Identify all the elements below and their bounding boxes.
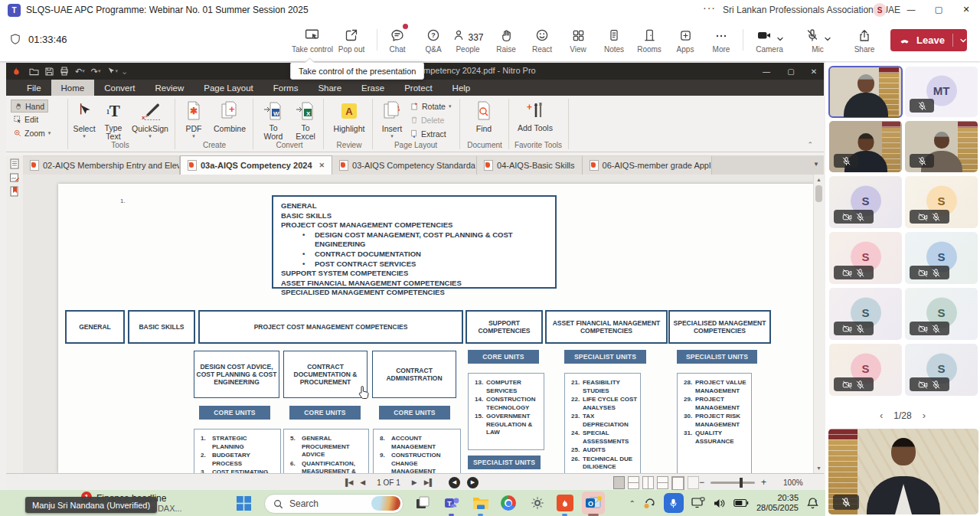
leave-button[interactable]: Leave (890, 29, 967, 51)
people-button[interactable]: 337 People (444, 25, 492, 54)
react-button[interactable]: React (522, 25, 562, 54)
scroll-down-icon[interactable]: ▼ (814, 465, 824, 471)
participant-tile-s1[interactable]: S (829, 176, 902, 228)
to-word-button[interactable]: W To Word (259, 100, 288, 141)
tray-mic-active-icon[interactable] (664, 493, 684, 513)
view-grid-icon[interactable] (657, 476, 668, 489)
doc-tab-5[interactable]: 06-AIQS-member grade Application... (583, 156, 712, 175)
participant-video-speaker[interactable] (829, 67, 902, 117)
tab-help[interactable]: Help (443, 80, 481, 96)
start-button[interactable] (234, 494, 253, 512)
view-continuous-icon[interactable] (628, 476, 639, 489)
tray-chevron-icon[interactable]: ⌃ (629, 499, 635, 508)
participant-tile-s2[interactable]: S (905, 176, 978, 228)
pagination-prev-icon[interactable]: ‹ (880, 410, 883, 421)
rotate-button[interactable]: Rotate▾ (410, 100, 451, 112)
find-button[interactable]: Find (469, 100, 499, 133)
tab-home[interactable]: Home (51, 80, 95, 96)
settings-icon[interactable] (528, 494, 547, 512)
doc-tab-4[interactable]: 04-AIQS-Basic Skills (477, 156, 582, 175)
view-presentation-icon[interactable] (688, 476, 699, 489)
tab-file[interactable]: File (17, 80, 51, 96)
participant-video-bottom[interactable] (828, 429, 978, 514)
leave-chevron-icon[interactable] (959, 36, 967, 45)
redo-icon[interactable]: ↷ ▾ (91, 67, 101, 77)
pop-out-button[interactable]: Pop out (332, 25, 371, 54)
view-button[interactable]: View (558, 25, 598, 54)
undo-icon[interactable]: ↶ ▾ (75, 67, 85, 77)
more-button[interactable]: More (701, 25, 741, 54)
zoom-slider[interactable] (710, 482, 755, 484)
pagination-next-icon[interactable]: › (923, 410, 926, 421)
zoom-slider-thumb[interactable] (740, 478, 743, 488)
participant-tile-s5[interactable]: S (829, 288, 902, 340)
mic-button[interactable]: Mic (795, 25, 841, 54)
nitro-close-button[interactable]: ✕ (802, 63, 825, 80)
view-fullscreen-icon[interactable] (671, 476, 684, 491)
raise-button[interactable]: Raise (486, 25, 526, 54)
zoom-tool[interactable]: Zoom▾ (11, 127, 54, 139)
tab-share[interactable]: Share (308, 80, 351, 96)
nitro-maximize-button[interactable]: ▢ (779, 63, 802, 80)
bookmarks-panel-icon[interactable] (9, 186, 20, 197)
chat-button[interactable]: Chat (377, 25, 417, 54)
doc-tab-1[interactable]: 02-AIQS Membership Entry and Elev... (23, 156, 180, 175)
tray-battery-icon[interactable] (733, 498, 749, 508)
extract-button[interactable]: Extract (410, 128, 446, 139)
take-control-button[interactable]: Take control (292, 25, 332, 54)
task-view-button[interactable] (413, 494, 432, 512)
participant-video-3[interactable] (905, 121, 978, 172)
tray-display-icon[interactable] (691, 497, 705, 509)
insert-button[interactable]: Insert▾ (378, 100, 406, 139)
participant-tile-s8[interactable]: S (905, 344, 978, 396)
share-button[interactable]: Share (844, 25, 884, 54)
doc-tab-2-active[interactable]: 03a-AIQS Competency 2024 ✕ (180, 155, 332, 175)
notes-button[interactable]: Notes (594, 25, 634, 54)
window-more-icon[interactable]: ··· (703, 2, 716, 14)
highlight-button[interactable]: A Highlight (329, 100, 369, 133)
camera-chevron-icon[interactable] (776, 35, 784, 43)
history-forward-icon[interactable]: ▶ (467, 477, 479, 488)
zoom-in-icon[interactable]: + (761, 477, 766, 488)
zoom-out-icon[interactable]: − (699, 477, 704, 488)
last-page-icon[interactable]: ▶▌ (424, 478, 434, 486)
participant-tile-mt[interactable]: MT (905, 67, 978, 117)
pdf-vertical-scrollbar[interactable]: ▲ ▼ (813, 175, 824, 473)
teams-taskbar-icon[interactable]: T (443, 494, 461, 512)
scroll-thumb[interactable] (815, 185, 822, 202)
save-icon[interactable] (45, 67, 54, 76)
minimize-button[interactable]: — (897, 0, 925, 18)
onedrive-sync-icon[interactable] (643, 497, 656, 510)
type-text-button[interactable]: ıT Type Text (100, 100, 127, 141)
prev-page-icon[interactable]: ◀ (360, 478, 365, 486)
select-tool-quick-icon[interactable]: ▾ ⌄ (106, 67, 128, 77)
outlook-taskbar-icon[interactable]: O (582, 492, 605, 514)
first-page-icon[interactable]: ▐◀ (343, 478, 353, 486)
scroll-up-icon[interactable]: ▲ (814, 177, 824, 182)
apps-button[interactable]: Apps (665, 25, 705, 54)
tab-review[interactable]: Review (145, 80, 194, 96)
edit-tool[interactable]: Edit (11, 113, 41, 125)
tray-volume-icon[interactable] (713, 498, 726, 509)
camera-button[interactable]: Camera (746, 25, 792, 54)
mic-chevron-icon[interactable] (824, 35, 831, 43)
nitro-minimize-button[interactable]: — (755, 63, 778, 80)
tab-erase[interactable]: Erase (351, 80, 394, 96)
open-file-icon[interactable] (29, 67, 39, 76)
tab-convert[interactable]: Convert (94, 80, 145, 96)
profile-avatar[interactable]: S (873, 3, 887, 17)
to-excel-button[interactable]: X To Excel (291, 100, 320, 141)
print-icon[interactable] (60, 67, 69, 76)
rooms-button[interactable]: Rooms (629, 25, 669, 54)
participant-tile-s7[interactable]: S (829, 344, 902, 396)
notification-bell-icon[interactable]: z (806, 497, 819, 510)
pages-panel-icon[interactable] (9, 158, 20, 169)
close-button[interactable]: ✕ (952, 0, 980, 18)
doc-tab-3[interactable]: 03-AIQS Competency Standarda for ... (332, 156, 477, 175)
participant-video-2[interactable] (829, 121, 902, 172)
history-back-icon[interactable]: ◀ (449, 477, 460, 488)
view-facing-icon[interactable] (642, 476, 654, 489)
search-highlight-image[interactable] (371, 496, 400, 511)
doc-tab-close-icon[interactable]: ✕ (319, 162, 325, 169)
pdf-button[interactable]: ✱ PDF▾ (181, 100, 207, 139)
